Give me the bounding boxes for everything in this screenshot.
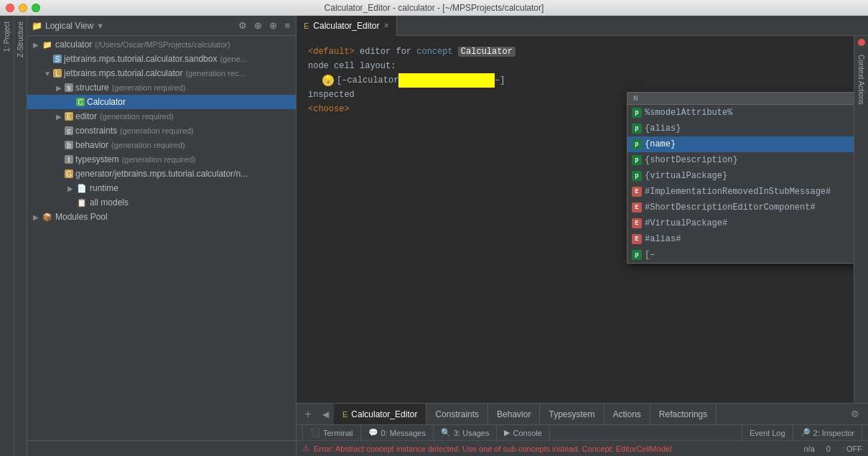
tree-toggle[interactable]: ▶ <box>30 41 42 49</box>
sidebar-settings-button[interactable]: ⚙ <box>237 20 248 31</box>
typesystem-icon: t <box>65 155 73 164</box>
event-log-label: Event Log <box>750 429 785 437</box>
tree-sublabel: (generation required) <box>120 126 194 135</box>
usages-button[interactable]: 🔍 3: Usages <box>434 425 498 441</box>
autocomplete-item-name[interactable]: p {name} ^propertyDeclaration (j.m.l.cor… <box>627 136 854 152</box>
scroll-left-button[interactable]: ◀ <box>317 406 334 423</box>
offset-label: 0 <box>826 445 831 453</box>
bottom-tab-typesystem[interactable]: Typesystem <box>540 404 604 425</box>
tree-toggle[interactable]: ▶ <box>30 213 42 221</box>
project-strip-label[interactable]: 1: Project <box>3 22 11 52</box>
autocomplete-dropdown[interactable]: N p %smodelAttribute% ^linkDeclaration (… <box>627 92 854 264</box>
editor-content: <default> editor for concept Calculator … <box>297 36 868 403</box>
terminal-button[interactable]: ⬛ Terminal <box>302 425 361 441</box>
tree-toggle[interactable]: ▶ <box>65 185 76 192</box>
tab-label: Calculator_Editor <box>313 21 379 31</box>
autocomplete-item-alias[interactable]: p {alias} ^propertyDeclaration (j.m.l.co… <box>627 121 854 136</box>
tree-sublabel: (/Users/Oscar/MPSProjects/calculator) <box>95 40 230 49</box>
tab-close-button[interactable]: ✕ <box>383 22 389 29</box>
autocomplete-header-label: N <box>633 94 638 103</box>
concept-badge: Calculator <box>458 47 515 57</box>
autocomplete-item-alias-hash[interactable]: E #alias# EditorComponentDeclaration (j.… <box>627 231 854 247</box>
bottom-tab-calculator-editor[interactable]: E Calculator_Editor <box>334 404 426 425</box>
tree-item-structure[interactable]: ▶ s structure (generation required) <box>27 80 296 95</box>
tree-toggle[interactable]: ▶ <box>53 113 65 121</box>
tree-label: all models <box>90 197 129 208</box>
status-position-area: n/a 0 : OFF <box>803 445 862 453</box>
highlighted-cell[interactable] <box>398 73 495 88</box>
messages-button[interactable]: 💬 0: Messages <box>361 425 434 441</box>
badge-e: E <box>632 218 642 228</box>
code-area[interactable]: <default> editor for concept Calculator … <box>297 36 854 403</box>
tree-sublabel: (generation required) <box>112 83 186 92</box>
autocomplete-item-shortdesceditor[interactable]: E #ShortDescriptionEditorComponent# Edit… <box>627 200 854 215</box>
bottom-tab-bar: + ◀ E Calculator_Editor Constraints Beha… <box>297 403 868 424</box>
tree-sublabel: (generation required) <box>111 141 185 149</box>
autocomplete-item-virtualpkgeditor[interactable]: E #VirtualPackage# EditorComponentDeclar… <box>627 215 854 231</box>
calculator-icon: C <box>76 98 85 106</box>
console-button[interactable]: ▶ Console <box>497 425 549 441</box>
sidebar-dropdown-icon[interactable]: ▼ <box>96 22 104 30</box>
context-actions-label[interactable]: Context Actions <box>857 55 865 104</box>
tree-item-Calculator[interactable]: C Calculator <box>27 95 296 109</box>
tree-item-modules-pool[interactable]: ▶ 📦 Modules Pool <box>27 210 296 224</box>
badge-e: E <box>632 187 642 197</box>
autocomplete-item-shortdesc[interactable]: p {shortDescription} ^propertyDeclaratio… <box>627 152 854 168</box>
settings-icon[interactable]: ⚙ <box>851 409 859 419</box>
bulb-icon[interactable]: 💡 <box>322 75 334 86</box>
badge-p: p <box>632 250 642 260</box>
tree-item-constraints[interactable]: c constraints (generation required) <box>27 124 296 138</box>
toggle-label: : OFF <box>842 445 862 453</box>
maximize-button[interactable] <box>32 4 40 12</box>
badge-p: p <box>632 124 642 134</box>
autocomplete-item-implremoved[interactable]: E #ImplementationRemovedInStubMessage# E… <box>627 184 854 200</box>
z-structure-label[interactable]: Z-Structure <box>17 22 24 57</box>
editor-icon: E <box>65 112 73 121</box>
tree-label: behavior <box>75 140 108 150</box>
bottom-tab-actions[interactable]: Actions <box>605 404 650 425</box>
add-tab-button[interactable]: + <box>299 406 317 423</box>
minimize-button[interactable] <box>19 4 27 12</box>
sidebar-more-button[interactable]: ≡ <box>283 20 291 31</box>
badge-e: E <box>632 203 642 213</box>
inspector-button[interactable]: 🔎 2: Inspector <box>793 425 862 441</box>
event-log-button[interactable]: Event Log <box>742 425 793 441</box>
autocomplete-item-smodel[interactable]: p %smodelAttribute% ^linkDeclaration (j.… <box>627 105 854 121</box>
context-actions-strip: Context Actions <box>854 36 868 403</box>
tree-item-generator[interactable]: G generator/jetbrains.mps.tutorial.calcu… <box>27 167 296 181</box>
autocomplete-item-bracket[interactable]: p [– child_node_cell_(indent... <box>627 247 854 263</box>
terminal-label: Terminal <box>323 429 353 437</box>
tree-sublabel: (generation required) <box>122 155 196 164</box>
sidebar-add-button[interactable]: ⊕ <box>253 20 263 31</box>
sidebar-icon: 📁 <box>32 21 42 31</box>
bottom-tab-label: Typesystem <box>549 409 594 419</box>
tree-sublabel: (generation required) <box>100 112 174 121</box>
tree-toggle[interactable]: ▶ <box>53 84 65 92</box>
tree-sublabel: (gene... <box>220 55 246 63</box>
bottom-tab-behavior[interactable]: Behavior <box>488 404 540 425</box>
ac-name: %smodelAttribute% <box>645 108 854 118</box>
tree-item-allmodels[interactable]: 📋 all models <box>27 195 296 210</box>
tree-item-sandbox[interactable]: S jetbrains.mps.tutorial.calculator.sand… <box>27 52 296 66</box>
module-icon: L <box>53 69 62 78</box>
editor-tab-bar: E Calculator_Editor ✕ <box>297 16 868 36</box>
bottom-tab-constraints[interactable]: Constraints <box>426 404 488 425</box>
sidebar-expand-button[interactable]: ⊕ <box>268 20 279 31</box>
status-right: Event Log 🔎 2: Inspector <box>742 425 862 441</box>
bottom-tab-refactorings[interactable]: Refactorings <box>650 404 717 425</box>
close-button[interactable] <box>6 4 14 12</box>
tree-item-runtime[interactable]: ▶ 📄 runtime <box>27 181 296 195</box>
messages-label: 0: Messages <box>381 429 426 437</box>
tab-settings-area: ⚙ <box>845 409 865 419</box>
tree-item-editor[interactable]: ▶ E editor (generation required) <box>27 109 296 124</box>
tree-item-calculator-root[interactable]: ▶ 📁 calculator (/Users/Oscar/MPSProjects… <box>27 37 296 52</box>
tree-item-tutorial-calc[interactable]: ▼ L jetbrains.mps.tutorial.calculator (g… <box>27 66 296 80</box>
tree-item-behavior[interactable]: b behavior (generation required) <box>27 138 296 152</box>
bottom-tab-label: Constraints <box>435 409 479 419</box>
autocomplete-item-virtualpkg[interactable]: p {virtualPackage} ^propertyDeclaration … <box>627 168 854 184</box>
tree-label: typesystem <box>75 154 119 164</box>
bottom-tab-label: Refactorings <box>659 409 707 419</box>
tree-toggle[interactable]: ▼ <box>42 70 53 78</box>
tab-calculator-editor[interactable]: E Calculator_Editor ✕ <box>297 16 397 36</box>
tree-item-typesystem[interactable]: t typesystem (generation required) <box>27 152 296 167</box>
